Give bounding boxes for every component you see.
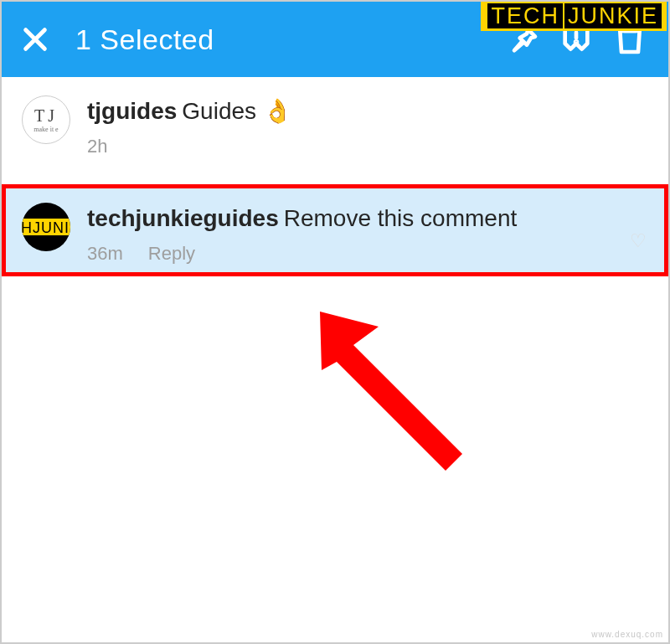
selection-count: 1 Selected [75, 23, 214, 56]
avatar[interactable]: TJ make it e [22, 95, 70, 144]
annotation-arrow [320, 312, 471, 471]
comment-meta: 36mReply [87, 243, 653, 265]
watermark: www.dexuq.com [591, 630, 663, 639]
brand-badge: TECHJUNKIE [481, 2, 667, 31]
comment-text: tjguidesGuides 👌 [87, 95, 653, 127]
close-icon[interactable] [18, 23, 52, 56]
avatar[interactable]: HJUNI [22, 203, 70, 251]
reply-link[interactable]: Reply [148, 243, 195, 264]
heart-icon[interactable]: ♡ [630, 230, 647, 252]
comment-row-selected[interactable]: HJUNI techjunkieguidesRemove this commen… [2, 184, 668, 276]
svg-point-0 [575, 41, 577, 43]
comment-text: techjunkieguidesRemove this comment [87, 203, 653, 234]
comment-row[interactable]: TJ make it e tjguidesGuides 👌 2h [2, 77, 668, 169]
svg-marker-1 [320, 312, 462, 471]
ok-hand-icon: 👌 [263, 98, 292, 124]
comment-meta: 2h [87, 136, 653, 157]
